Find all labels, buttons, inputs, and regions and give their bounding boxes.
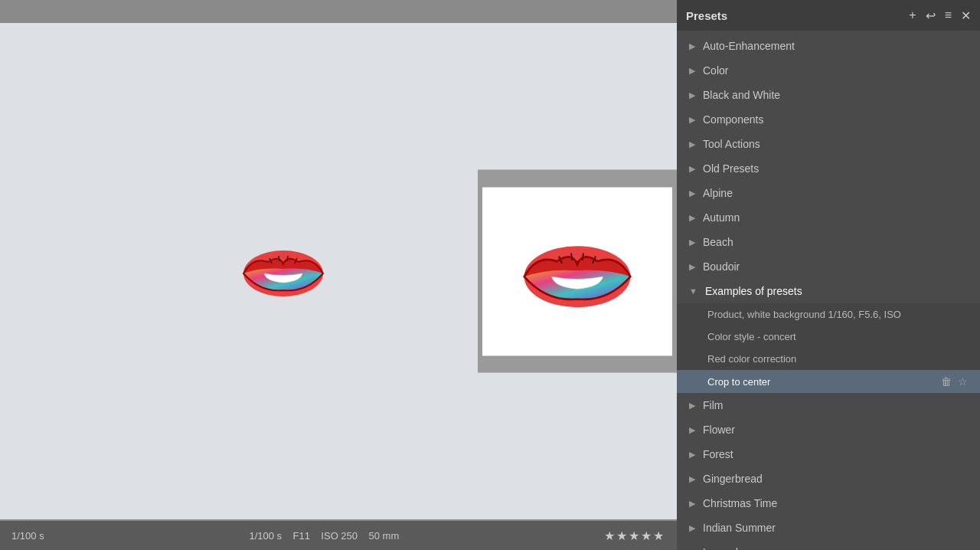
chevron-icon: ▶ xyxy=(689,523,695,533)
canvas-inner xyxy=(0,23,677,519)
menu-icon[interactable]: ≡ xyxy=(945,8,952,22)
chevron-icon: ▶ xyxy=(689,499,695,509)
sub-item-label: Crop to center xyxy=(707,376,770,388)
preset-item-indian-summer[interactable]: ▶ Indian Summer xyxy=(677,516,980,540)
star-rating[interactable]: ★★★★★ xyxy=(604,529,665,543)
preset-label: Forest xyxy=(703,448,733,460)
chevron-icon: ▶ xyxy=(689,213,695,223)
preset-label: Color xyxy=(703,64,728,77)
status-exposure: 1/100 s xyxy=(11,530,44,542)
preset-label: Examples of presets xyxy=(705,285,802,297)
presets-title: Presets xyxy=(686,9,727,22)
preset-label: Beach xyxy=(703,236,733,248)
preset-item-boudoir[interactable]: ▶ Boudoir xyxy=(677,254,980,279)
preset-sub-item-red-color-correction[interactable]: Red color correction xyxy=(677,348,980,370)
preset-item-black-and-white[interactable]: ▶ Black and White xyxy=(677,83,980,107)
header-icons: + ↩ ≡ ✕ xyxy=(909,8,971,23)
preset-label: Lavender xyxy=(703,546,747,550)
preset-item-old-presets[interactable]: ▶ Old Presets xyxy=(677,156,980,181)
preset-item-examples-of-presets[interactable]: ▼ Examples of presets xyxy=(677,279,980,303)
chevron-icon: ▶ xyxy=(689,188,695,198)
preset-item-components[interactable]: ▶ Components xyxy=(677,107,980,132)
chevron-icon: ▶ xyxy=(689,548,695,551)
preset-label: Boudoir xyxy=(703,260,740,273)
preset-label: Indian Summer xyxy=(703,522,776,534)
preset-item-christmas-time[interactable]: ▶ Christmas Time xyxy=(677,491,980,516)
status-full: 1/100 s F11 ISO 250 50 mm xyxy=(249,530,399,542)
preset-item-flower[interactable]: ▶ Flower xyxy=(677,417,980,442)
star-icon[interactable]: ☆ xyxy=(958,375,968,388)
preset-label: Tool Actions xyxy=(703,138,760,150)
preset-sub-item-crop-to-center[interactable]: Crop to center 🗑 ☆ xyxy=(677,370,980,393)
preset-label: Alpine xyxy=(703,187,733,199)
close-icon[interactable]: ✕ xyxy=(961,8,971,23)
add-preset-icon[interactable]: + xyxy=(909,8,916,22)
presets-header: Presets + ↩ ≡ ✕ xyxy=(677,0,980,31)
preset-label: Components xyxy=(703,113,763,126)
chevron-icon: ▶ xyxy=(689,115,695,125)
preset-label: Auto-Enhancement xyxy=(703,40,795,52)
chevron-icon: ▶ xyxy=(689,262,695,272)
chevron-icon: ▶ xyxy=(689,237,695,247)
preset-label: Gingerbread xyxy=(703,473,763,485)
preset-item-alpine[interactable]: ▶ Alpine xyxy=(677,181,980,205)
chevron-icon: ▶ xyxy=(689,401,695,411)
undo-icon[interactable]: ↩ xyxy=(926,8,936,23)
chevron-icon: ▶ xyxy=(689,66,695,76)
chevron-icon: ▶ xyxy=(689,41,695,51)
preset-item-forest[interactable]: ▶ Forest xyxy=(677,442,980,467)
preset-sub-item-color-style-concert[interactable]: Color style - concert xyxy=(677,326,980,348)
chevron-icon: ▶ xyxy=(689,450,695,460)
preset-sub-items-examples: Product, white background 1/160, F5.6, I… xyxy=(677,303,980,393)
preset-item-tool-actions[interactable]: ▶ Tool Actions xyxy=(677,132,980,156)
preset-item-beach[interactable]: ▶ Beach xyxy=(677,230,980,254)
lips-image-left xyxy=(237,235,329,307)
preset-label: Black and White xyxy=(703,89,780,101)
preview-inner xyxy=(482,187,672,355)
chevron-icon: ▶ xyxy=(689,474,695,484)
chevron-icon: ▶ xyxy=(689,164,695,174)
chevron-icon: ▶ xyxy=(689,90,695,100)
chevron-icon: ▶ xyxy=(689,425,695,435)
chevron-icon: ▶ xyxy=(689,139,695,149)
status-bar: 1/100 s 1/100 s F11 ISO 250 50 mm ★★★★★ xyxy=(0,521,677,550)
sub-item-actions: 🗑 ☆ xyxy=(941,375,968,388)
preset-label: Film xyxy=(703,399,723,411)
preset-item-color[interactable]: ▶ Color xyxy=(677,58,980,83)
delete-icon[interactable]: 🗑 xyxy=(941,375,952,388)
chevron-icon: ▼ xyxy=(689,286,697,296)
preset-item-gingerbread[interactable]: ▶ Gingerbread xyxy=(677,467,980,491)
preset-item-auto-enhancement[interactable]: ▶ Auto-Enhancement xyxy=(677,34,980,58)
preset-sub-item-product-white[interactable]: Product, white background 1/160, F5.6, I… xyxy=(677,303,980,326)
preset-label: Christmas Time xyxy=(703,497,777,509)
preset-label: Autumn xyxy=(703,211,740,224)
preview-box xyxy=(478,170,677,373)
preset-label: Flower xyxy=(703,424,735,436)
preset-item-lavender[interactable]: ▶ Lavender xyxy=(677,540,980,550)
preset-item-film[interactable]: ▶ Film xyxy=(677,393,980,417)
presets-panel: Presets + ↩ ≡ ✕ ▶ Auto-Enhancement ▶ Col… xyxy=(677,0,980,550)
canvas-area: 1/100 s 1/100 s F11 ISO 250 50 mm ★★★★★ xyxy=(0,0,677,550)
preset-item-autumn[interactable]: ▶ Autumn xyxy=(677,205,980,230)
preset-label: Old Presets xyxy=(703,162,759,175)
presets-list: ▶ Auto-Enhancement ▶ Color ▶ Black and W… xyxy=(677,31,980,550)
